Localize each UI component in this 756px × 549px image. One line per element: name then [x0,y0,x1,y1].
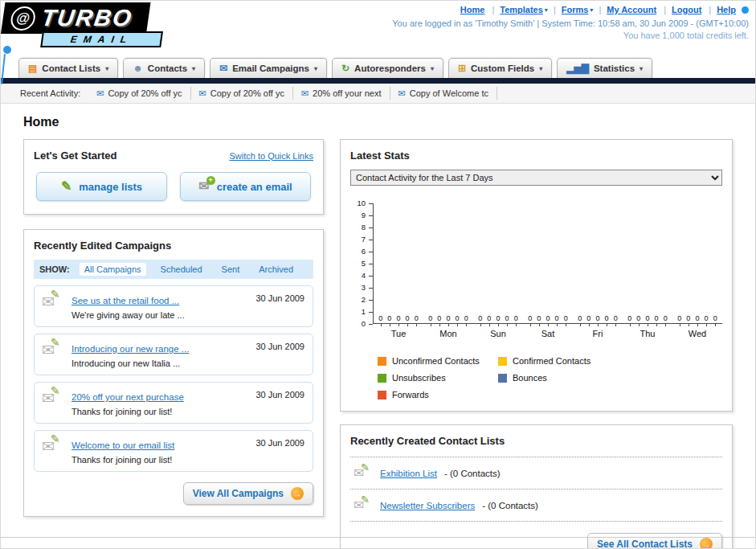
envelope-pencil-icon: ✉ ✎ [353,498,373,513]
legend-label: Unsubscribes [392,373,446,383]
manage-lists-label: manage lists [79,181,142,193]
filter-scheduled[interactable]: Scheduled [156,263,207,276]
chart-day-group: 00000Mon [423,203,473,323]
top-nav: Home Templates ▾ Forms ▾ [392,5,749,14]
tab-custom-fields[interactable]: ⊞ Custom Fields ▾ [448,58,552,78]
credits-info: You have 1,000 total credits left. [392,31,749,40]
contact-list-link[interactable]: Exhibition List [380,469,437,478]
recently-edited-campaigns-panel: Recently Edited Campaigns SHOW: All Camp… [23,229,324,517]
stats-activity-select[interactable]: Contact Activity for the Last 7 Days [350,170,722,186]
arrow-right-icon: → [700,538,713,549]
tab-label: Email Campaigns [232,64,309,73]
recent-activity-item-label: Copy of 20% off yc [108,88,182,98]
campaign-list-item[interactable]: ✉ ✎ 20% off your next purchase Thanks fo… [34,382,313,424]
y-axis-tick-label: 1 [362,308,366,316]
tab-statistics[interactable]: ▂▅▇ Statistics ▾ [557,58,652,78]
create-email-label: create an email [217,181,292,193]
logo-black-banner: @ TURBO [1,2,151,34]
recent-activity-item[interactable]: ✉ Copy of 20% off yc [191,87,293,100]
legend-swatch [378,357,386,366]
chart-y-axis: 109876543210 [353,203,373,325]
recently-created-contact-lists-panel: Recently Created Contact Lists ✉ ✎ Exhib… [340,424,733,549]
show-label: SHOW: [39,264,70,274]
tab-email-campaigns[interactable]: ✉ Email Campaigns ▾ [210,58,327,78]
plus-badge-icon: + [206,176,215,185]
custom-fields-icon: ⊞ [458,64,466,73]
nav-forms[interactable]: Forms ▾ [562,5,607,14]
nav-my-account[interactable]: My Account [607,5,672,14]
nav-link-label: My Account [607,5,656,14]
filter-sent[interactable]: Sent [217,263,245,276]
x-axis-tick-label: Sat [523,329,573,338]
chart-day-group: 00000Fri [573,203,623,323]
campaign-subtitle: Introducing our new Italia ... [72,358,189,368]
tab-contact-lists[interactable]: ▤ Contact Lists ▾ [18,58,118,78]
switch-quick-links-link[interactable]: Switch to Quick Links [229,151,313,161]
contact-list-link[interactable]: Newsletter Subscribers [380,501,475,510]
x-axis-tick-label: Tue [374,329,423,338]
y-axis-tick-label: 2 [362,296,366,304]
x-axis-tick-label: Sun [473,329,523,338]
statistics-icon: ▂▅▇ [566,64,589,73]
campaign-title-link[interactable]: 20% off your next purchase [72,392,184,402]
campaign-list-item[interactable]: ✉ ✎ Introducing our new range ... Introd… [34,334,313,375]
y-axis-tick-mark [369,324,373,325]
balloon-dot-icon [3,46,11,54]
main-nav-tabs: ▤ Contact Lists ▾ ☻ Contacts ▾ ✉ Email C… [1,54,755,78]
nav-link-label: Templates [500,5,543,14]
campaign-date: 30 Jun 2009 [255,438,304,448]
y-axis-tick-label: 10 [357,199,366,207]
campaign-title-link[interactable]: See us at the retail food ... [72,296,179,305]
campaign-subtitle: Thanks for joining our list! [72,455,174,465]
campaign-title-link[interactable]: Welcome to our email list [72,440,174,450]
nav-templates[interactable]: Templates ▾ [500,5,561,14]
main-content: Home Let's Get Started Switch to Quick L… [1,104,755,549]
y-axis-tick-label: 3 [362,284,366,292]
tab-autoresponders[interactable]: ↻ Autoresponders ▾ [332,58,443,78]
envelope-pencil-icon: ✉ ✎ [42,437,64,465]
campaign-date: 30 Jun 2009 [255,342,304,351]
recent-activity-label: Recent Activity: [20,88,80,98]
campaign-subtitle: Thanks for joining our list! [72,407,184,416]
footer-divider [1,537,755,538]
chart-day-group: 00000Sat [523,203,573,323]
nav-logout[interactable]: Logout [672,5,717,14]
chart-day-group: 00000Tue [374,203,423,323]
manage-lists-button[interactable]: ✎ manage lists [36,172,167,201]
create-email-button[interactable]: ✉+ create an email [180,172,311,201]
see-all-contact-lists-button[interactable]: See All Contact Lists → [587,533,722,549]
recent-activity-items: ✉ Copy of 20% off yc ✉ Copy of 20% off y… [88,84,497,103]
page-title: Home [23,115,733,129]
envelope-icon: ✉ [199,88,206,99]
get-started-title: Let's Get Started [34,150,117,162]
filter-all-campaigns[interactable]: All Campaigns [80,263,146,276]
envelope-pencil-icon: ✉ ✎ [42,389,64,416]
chevron-down-icon: ▾ [314,65,317,72]
campaign-list-item[interactable]: ✉ ✎ See us at the retail food ... We're … [34,285,313,327]
envelope-pencil-icon: ✉ ✎ [42,293,64,320]
campaign-title-link[interactable]: Introducing our new range ... [72,344,189,354]
tab-contacts[interactable]: ☻ Contacts ▾ [123,58,205,78]
view-all-campaigns-button[interactable]: View All Campaigns → [183,482,313,505]
logo-text-turbo: TURBO [39,5,134,31]
contact-list-item[interactable]: ✉ ✎ Exhibition List - (0 Contacts) [350,457,722,490]
campaign-subtitle: We're giving away our late ... [72,310,185,320]
campaign-list-item[interactable]: ✉ ✎ Welcome to our email list Thanks for… [34,430,313,472]
filter-archived[interactable]: Archived [254,263,298,276]
y-axis-tick-label: 0 [362,320,366,328]
logo-swirl-icon: @ [10,6,37,31]
nav-help[interactable]: Help [717,5,738,14]
recent-activity-item[interactable]: ✉ Copy of 20% off yc [88,87,190,100]
chevron-down-icon: ▾ [431,65,434,72]
contact-list-detail: - (0 Contacts) [444,469,501,478]
latest-stats-chart: 109876543210 00000Tue00000Mon00000Sun000… [353,203,722,343]
app-window: @ TURBO EMAIL Home [0,0,756,549]
contact-list-item[interactable]: ✉ ✎ Newsletter Subscribers - (0 Contacts… [350,490,722,522]
app-logo[interactable]: @ TURBO EMAIL [1,2,218,47]
recent-activity-item[interactable]: ✉ Copy of Welcome tc [390,87,497,100]
chart-value-labels: 00000 [623,314,672,322]
recent-activity-item[interactable]: ✉ 20% off your next [293,87,390,100]
y-axis-tick-label: 5 [362,260,366,268]
nav-home[interactable]: Home [460,5,500,14]
chevron-down-icon: ▾ [640,65,643,72]
